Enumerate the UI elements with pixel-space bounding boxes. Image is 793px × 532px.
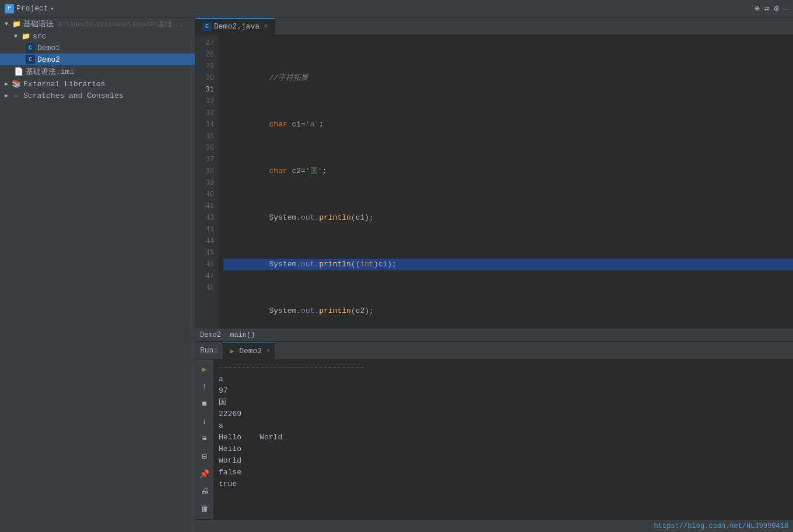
main-layout: ▼ 📁 基础语法 E:\idealU-Ultimate\JavaSE\基础...… (0, 17, 793, 532)
run-output: -------------------------------- a 97 国 … (214, 360, 793, 519)
status-bar: https://blog.csdn.net/HLJ9990418 (195, 519, 793, 532)
output-22269: 22269 (219, 408, 788, 420)
run-stop-button[interactable]: ■ (198, 397, 212, 411)
tab-close-button[interactable]: × (264, 23, 268, 30)
tab-bar: C Demo2.java × (195, 17, 793, 35)
sidebar-item-scratches[interactable]: ▶ ✏ Scratches and Consoles (0, 90, 195, 101)
ln-43: 43 (195, 224, 219, 235)
sidebar-item-label: 基础语法 (23, 19, 54, 29)
settings-icon[interactable]: ⚙ (774, 3, 778, 13)
ln-48: 48 (195, 282, 219, 294)
ln-30: 30 (195, 72, 219, 84)
run-down-button[interactable]: ↓ (198, 414, 212, 428)
add-icon[interactable]: ⊕ (755, 3, 759, 13)
ln-28: 28 (195, 49, 219, 61)
src-folder-icon: 📁 (21, 31, 30, 41)
project-dropdown-arrow[interactable]: ▾ (51, 5, 54, 12)
output-world: World (219, 455, 788, 467)
code-content[interactable]: //字符拓展 char c1='a'; char c2='国'; System.… (219, 35, 793, 329)
sidebar-item-demo2-label: Demo2 (37, 55, 60, 64)
scratches-icon: ✏ (12, 91, 21, 100)
run-pin-button[interactable]: 📌 (198, 467, 212, 481)
breadcrumb-class: Demo2 (200, 331, 221, 339)
run-filter-button[interactable]: ⊟ (198, 449, 212, 463)
ln-41: 41 (195, 200, 219, 212)
ln-37: 37 (195, 154, 219, 165)
code-line-32: System.out.println(c2); (223, 305, 793, 317)
run-play-button[interactable]: ▶ (198, 362, 212, 376)
run-tab-demo2[interactable]: ▶ Demo2 × (223, 343, 275, 359)
code-line-28: char c1='a'; (223, 119, 793, 131)
run-label: Run: (200, 346, 218, 355)
project-label: Project (16, 4, 48, 13)
folder-path: E:\idealU-Ultimate\JavaSE\基础... (58, 20, 183, 29)
editor-tab-demo2[interactable]: C Demo2.java × (195, 18, 275, 34)
run-wrap-button[interactable]: ≡ (198, 432, 212, 446)
output-97: 97 (219, 385, 788, 397)
sidebar-item-external-label: External Libraries (23, 80, 105, 89)
minimize-icon[interactable]: — (784, 4, 788, 13)
ln-46: 46 (195, 259, 219, 270)
project-icon: P (5, 4, 14, 13)
ln-39: 39 (195, 177, 219, 189)
ln-42: 42 (195, 212, 219, 224)
demo1-java-icon: C (26, 43, 35, 52)
split-icon[interactable]: ⇄ (764, 3, 769, 13)
run-panel: Run: ▶ Demo2 × ▶ ↑ ■ ↓ ≡ ⊟ 📌 🖨 🗑 (195, 341, 793, 519)
ln-32: 32 (195, 96, 219, 107)
output-a: a (219, 374, 788, 385)
ln-45: 45 (195, 247, 219, 259)
run-toolbar: ▶ ↑ ■ ↓ ≡ ⊟ 📌 🖨 🗑 (195, 360, 214, 519)
demo2-java-icon: C (26, 55, 35, 64)
ln-27: 27 (195, 37, 219, 49)
ln-40: 40 (195, 189, 219, 200)
line-numbers: 27 28 29 30 31 32 33 34 35 36 37 38 39 4… (195, 35, 219, 329)
ln-29: 29 (195, 61, 219, 72)
run-tab-label: Demo2 (239, 347, 262, 355)
output-false: false (219, 467, 788, 478)
expand-arrow: ▼ (5, 21, 8, 27)
sidebar-item-iml-label: 基础语法.iml (26, 66, 74, 77)
sidebar-item-external[interactable]: ▶ 📚 External Libraries (0, 78, 195, 90)
code-editor[interactable]: 27 28 29 30 31 32 33 34 35 36 37 38 39 4… (195, 35, 793, 329)
run-up-button[interactable]: ↑ (198, 379, 212, 393)
run-tab-close[interactable]: × (266, 348, 270, 354)
ln-47: 47 (195, 270, 219, 282)
ln-35: 35 (195, 131, 219, 142)
title-bar: P Project ▾ ⊕ ⇄ ⚙ — (0, 0, 793, 17)
sidebar-item-iml[interactable]: 📄 基础语法.iml (0, 65, 195, 78)
sidebar-item-demo2[interactable]: C Demo2 (0, 54, 195, 65)
ln-36: 36 (195, 142, 219, 154)
run-tab-icon: ▶ (227, 346, 237, 355)
ln-34: 34 (195, 119, 219, 131)
ln-38: 38 (195, 165, 219, 177)
run-trash-button[interactable]: 🗑 (198, 502, 212, 516)
output-true: true (219, 478, 788, 490)
sidebar: ▼ 📁 基础语法 E:\idealU-Ultimate\JavaSE\基础...… (0, 17, 195, 532)
project-menu[interactable]: P Project ▾ (5, 4, 54, 13)
expand-arrow-src: ▼ (14, 33, 17, 40)
sidebar-item-scratches-label: Scratches and Consoles (23, 91, 124, 100)
sidebar-item-src[interactable]: ▼ 📁 src (0, 30, 195, 42)
run-body: ▶ ↑ ■ ↓ ≡ ⊟ 📌 🖨 🗑 ----------------------… (195, 360, 793, 519)
sidebar-item-src-label: src (33, 32, 46, 41)
sidebar-item-demo1-label: Demo1 (37, 44, 60, 52)
output-a2: a (219, 420, 788, 432)
tab-java-icon: C (202, 22, 212, 31)
output-guo: 国 (219, 397, 788, 408)
sidebar-item-demo1[interactable]: C Demo1 (0, 42, 195, 54)
tab-filename: Demo2.java (214, 22, 259, 31)
ln-31: 31 (195, 84, 219, 96)
editor-area: C Demo2.java × 27 28 29 30 31 32 33 34 3… (195, 17, 793, 532)
expand-arrow-scratch: ▶ (5, 92, 8, 99)
output-hello: Hello (219, 443, 788, 455)
title-bar-actions: ⊕ ⇄ ⚙ — (755, 3, 788, 13)
library-icon: 📚 (12, 79, 21, 89)
code-line-31: System.out.println((int)c1); (223, 259, 793, 270)
status-link[interactable]: https://blog.csdn.net/HLJ9990418 (654, 522, 788, 530)
sidebar-item-root[interactable]: ▼ 📁 基础语法 E:\idealU-Ultimate\JavaSE\基础... (0, 17, 195, 30)
code-line-27: //字符拓展 (223, 72, 793, 84)
run-print-button[interactable]: 🖨 (198, 484, 212, 498)
iml-icon: 📄 (14, 67, 23, 76)
ln-33: 33 (195, 107, 219, 119)
